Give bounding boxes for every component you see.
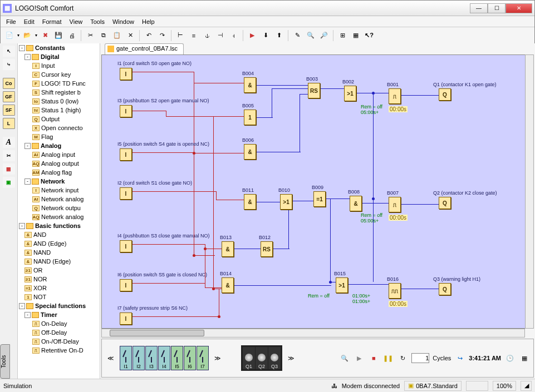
align3-icon[interactable]: ⫝ (202, 30, 213, 41)
block-B005[interactable]: 1 (244, 110, 256, 125)
tree-item[interactable]: Analog input (41, 151, 75, 158)
align4-icon[interactable]: ⊣ (215, 30, 226, 41)
grid1-icon[interactable]: ⊞ (337, 30, 348, 41)
sim-pause-icon[interactable]: ❚❚ (382, 353, 394, 364)
cut-icon[interactable]: ✂ (85, 30, 96, 41)
tree-item[interactable]: AND (33, 231, 46, 238)
tree-item[interactable]: Status 1 (high) (41, 107, 81, 113)
zoomout-icon[interactable]: 🔎 (318, 30, 330, 41)
print-icon[interactable]: 🖨 (66, 30, 77, 41)
help-icon[interactable]: ↖? (364, 30, 375, 41)
input-block-I3[interactable]: I (120, 105, 132, 117)
redo-icon[interactable]: ↷ (156, 30, 168, 41)
input-block-I4[interactable]: I (120, 240, 132, 252)
tree-special[interactable]: Special functions (35, 302, 86, 309)
block-B002[interactable]: >1 (344, 86, 356, 101)
tool-constants[interactable]: Co (3, 78, 15, 89)
output-block-Q3[interactable]: Q (439, 283, 451, 295)
sim-input-I2[interactable]: I2 (132, 346, 145, 370)
tool-connect[interactable]: ⤷ (3, 59, 15, 70)
tree-item[interactable]: Analog flag (41, 169, 72, 176)
tree-item[interactable]: Network analog (41, 214, 84, 220)
block-B012[interactable]: RS (261, 241, 273, 257)
function-tree[interactable]: -Constants -Digital IInput CCursor key F… (18, 43, 100, 379)
tree-item[interactable]: Shift register b (41, 89, 81, 96)
minimize-button[interactable]: — (470, 3, 488, 13)
input-block-I6[interactable]: I (120, 279, 132, 291)
input-block-I7[interactable]: I (120, 312, 132, 325)
zoomin-icon[interactable]: 🔍 (305, 30, 316, 41)
tree-item[interactable]: Analog output (41, 160, 79, 167)
tree-item[interactable]: NOR (33, 276, 47, 282)
tool-online-icon[interactable]: ▣ (3, 177, 15, 188)
tool-cut-icon[interactable]: ✂ (3, 150, 15, 161)
align2-icon[interactable]: ≡ (188, 30, 199, 41)
block-B014[interactable]: & (222, 277, 234, 293)
menu-tools[interactable]: Tools (87, 17, 108, 26)
block-B001[interactable]: ⎍ (389, 88, 401, 104)
close-file-icon[interactable]: ✖ (40, 30, 51, 41)
input-block-I2[interactable]: I (120, 187, 132, 200)
block-B013[interactable]: & (222, 241, 234, 257)
clock-icon[interactable]: 🕒 (504, 353, 516, 364)
maximize-button[interactable]: ☐ (488, 3, 505, 13)
tree-item[interactable]: On-Delay (41, 320, 67, 327)
tree-item[interactable]: Status 0 (low) (41, 98, 78, 105)
block-B006[interactable]: & (244, 144, 256, 160)
scroll-horizontal[interactable] (101, 329, 525, 338)
sim-step-icon[interactable]: ↻ (397, 353, 408, 364)
undo-icon[interactable]: ↶ (143, 30, 154, 41)
tree-item[interactable]: Cursor key (41, 71, 71, 78)
tree-item[interactable]: Network input (41, 187, 78, 193)
sim-input-I4[interactable]: I4 (158, 346, 170, 370)
output-block-Q2[interactable]: Q (439, 197, 451, 209)
block-B011[interactable]: & (244, 194, 256, 210)
tree-timer[interactable]: Timer (41, 311, 57, 318)
tree-item[interactable]: OR (33, 267, 43, 274)
tool-basic[interactable]: GF (3, 91, 15, 102)
tree-item[interactable]: Network analog (41, 196, 84, 202)
sim-input-I3[interactable]: I3 (145, 346, 158, 370)
tree-item[interactable]: Output (41, 116, 60, 122)
tree-item[interactable]: NAND (33, 249, 51, 256)
sim-table-icon[interactable]: ▦ (519, 353, 530, 364)
sim-first-icon[interactable]: ≪ (105, 353, 116, 364)
tool-select[interactable]: ↖ (3, 46, 15, 57)
menu-file[interactable]: File (3, 17, 19, 26)
close-button[interactable]: ✕ (505, 3, 532, 13)
block-B010[interactable]: >1 (280, 194, 292, 210)
output-block-Q1[interactable]: Q (439, 88, 451, 101)
scroll-vertical[interactable] (525, 54, 534, 329)
transfer1-icon[interactable]: ▶ (247, 30, 258, 41)
tree-item[interactable]: XOR (33, 285, 47, 291)
paste-icon[interactable]: 📋 (111, 30, 122, 41)
transfer2-icon[interactable]: ⬇ (260, 30, 271, 41)
menu-help[interactable]: Help (139, 17, 158, 26)
file-tab[interactable]: gate_control_0BA7.lsc (105, 43, 184, 54)
sim-next-icon[interactable]: ≫ (212, 353, 223, 364)
tree-item[interactable]: NOT (33, 294, 46, 300)
tool-sim-icon[interactable]: ▦ (3, 163, 15, 175)
menu-view[interactable]: View (66, 17, 86, 26)
status-resize[interactable]: ◢ (521, 381, 532, 391)
menu-format[interactable]: Format (39, 17, 65, 26)
sim-go-icon[interactable]: ↪ (454, 353, 465, 364)
sim-input-I6[interactable]: I6 (184, 346, 196, 370)
tree-item[interactable]: Network outpu (41, 205, 81, 211)
tree-constants[interactable]: Constants (35, 44, 65, 51)
align1-icon[interactable]: ⊢ (175, 30, 186, 41)
new-icon[interactable]: 📄 (4, 30, 15, 41)
save-icon[interactable]: 💾 (53, 30, 64, 41)
copy-icon[interactable]: ⧉ (98, 30, 109, 41)
tree-network[interactable]: Network (41, 178, 65, 185)
cycles-input[interactable] (411, 353, 429, 363)
tool-text[interactable]: A (3, 137, 15, 148)
tree-analog[interactable]: Analog (41, 142, 61, 149)
block-B004[interactable]: & (244, 77, 256, 93)
tree-item[interactable]: On-/Off-Delay (41, 338, 79, 345)
pencil-icon[interactable]: ✎ (292, 30, 303, 41)
block-B003[interactable]: RS (308, 83, 320, 98)
sim-input-I1[interactable]: I1 (120, 346, 132, 370)
sim-input-I5[interactable]: I5 (171, 346, 183, 370)
tree-item[interactable]: Input (41, 62, 55, 69)
